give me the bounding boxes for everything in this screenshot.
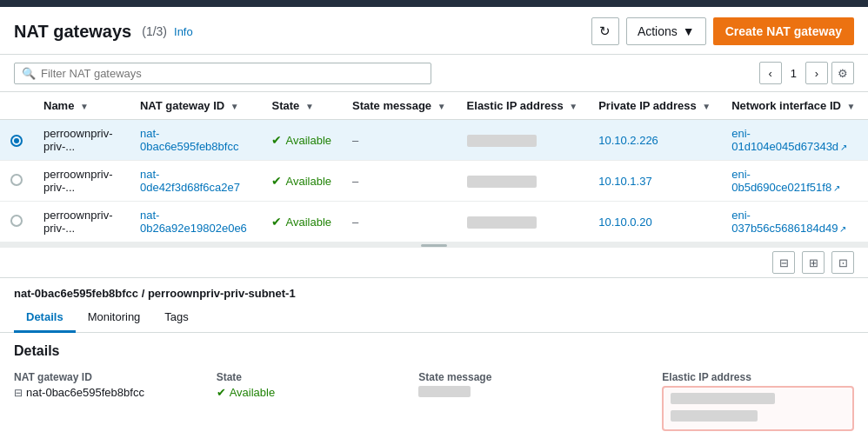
elastic-ip-label: Elastic IP address — [662, 371, 854, 383]
row-radio-button[interactable] — [10, 174, 23, 186]
row-radio-cell[interactable] — [0, 202, 33, 242]
details-content: Details NAT gateway ID ⊟ nat-0bac6e595fe… — [0, 333, 868, 445]
select-all-header — [0, 92, 33, 120]
state-field: State ✔ Available — [217, 371, 409, 431]
row-radio-button[interactable] — [10, 135, 23, 147]
state-sort-icon: ▼ — [305, 102, 314, 111]
tab-details[interactable]: Details — [14, 303, 76, 333]
row-elastic-ip — [457, 120, 589, 161]
grid-view-button[interactable]: ⊞ — [802, 251, 825, 274]
next-page-button[interactable]: › — [805, 62, 828, 84]
state-text: Available — [230, 386, 276, 399]
elastic-ip-blurred — [467, 176, 537, 188]
top-navigation-bar — [0, 0, 868, 7]
detail-panel: nat-0bac6e595feb8bfcc / perroownpriv-pri… — [0, 278, 868, 445]
search-bar-panel: 🔍 ‹ 1 › ⚙ — [0, 55, 868, 92]
prev-page-button[interactable]: ‹ — [759, 62, 782, 84]
pagination-controls: ‹ 1 › ⚙ — [759, 62, 854, 84]
row-radio-cell[interactable] — [0, 120, 33, 161]
nat-gateway-id-text: nat-0bac6e595feb8bfcc — [26, 386, 144, 399]
actions-button[interactable]: Actions ▼ — [626, 17, 706, 45]
state-label: State — [217, 371, 409, 383]
elastic-ip-sort-icon: ▼ — [569, 102, 578, 111]
resize-handle — [421, 244, 447, 247]
state-message-field: State message — [418, 371, 651, 431]
nat-gateways-table: Name ▼ NAT gateway ID ▼ State ▼ State me… — [0, 92, 868, 242]
state-column-header[interactable]: State ▼ — [261, 92, 342, 120]
state-message-value — [418, 386, 651, 397]
state-text: Available — [285, 175, 331, 188]
row-name: perroownpriv-priv-... — [33, 120, 130, 161]
elastic-ip-blurred — [467, 216, 537, 229]
name-column-header[interactable]: Name ▼ — [33, 92, 130, 120]
tab-monitoring[interactable]: Monitoring — [76, 303, 153, 333]
state-message-sort-icon: ▼ — [437, 102, 446, 111]
page-title: NAT gateways — [14, 22, 131, 42]
row-nat-id[interactable]: nat-0b26a92e19802e0e6 — [130, 202, 262, 242]
network-iface-column-header[interactable]: Network interface ID ▼ — [721, 92, 868, 120]
elastic-ip-column-header[interactable]: Elastic IP address ▼ — [457, 92, 589, 120]
elastic-ip-blurred — [467, 135, 537, 147]
row-private-ip[interactable]: 10.10.1.37 — [588, 161, 721, 202]
row-nat-id[interactable]: nat-0de42f3d68f6ca2e7 — [130, 161, 262, 202]
row-nat-id[interactable]: nat-0bac6e595feb8bfcc — [130, 120, 262, 161]
list-view-button[interactable]: ⊡ — [831, 251, 854, 274]
table-row[interactable]: perroownpriv-priv-... nat-0b26a92e19802e… — [0, 202, 868, 242]
header-right: ↻ Actions ▼ Create NAT gateway — [591, 17, 854, 45]
row-radio-cell[interactable] — [0, 161, 33, 202]
split-view-button[interactable]: ⊟ — [772, 251, 795, 274]
elastic-ip-blurred-1 — [671, 393, 775, 404]
details-section-title: Details — [14, 343, 854, 359]
row-elastic-ip — [457, 202, 589, 242]
page-header: NAT gateways (1/3) Info ↻ Actions ▼ Crea… — [0, 7, 868, 55]
row-private-ip[interactable]: 10.10.2.226 — [588, 120, 721, 161]
row-network-iface[interactable]: eni-037b56c5686184d49↗ — [721, 202, 868, 242]
search-icon: 🔍 — [22, 67, 36, 80]
row-state: ✔ Available — [261, 161, 342, 202]
nat-id-column-header[interactable]: NAT gateway ID ▼ — [130, 92, 262, 120]
nat-gateway-id-value: ⊟ nat-0bac6e595feb8bfcc — [14, 386, 206, 399]
tab-tags[interactable]: Tags — [152, 303, 200, 333]
external-link-icon: ↗ — [839, 224, 846, 234]
state-text: Available — [285, 134, 331, 147]
nat-gateway-id-field: NAT gateway ID ⊟ nat-0bac6e595feb8bfcc — [14, 371, 206, 431]
nat-id-sort-icon: ▼ — [230, 102, 239, 111]
table-row[interactable]: perroownpriv-priv-... nat-0de42f3d68f6ca… — [0, 161, 868, 202]
state-text: Available — [285, 216, 331, 229]
row-network-iface[interactable]: eni-01d104e045d67343d↗ — [721, 120, 868, 161]
refresh-icon: ↻ — [599, 23, 611, 39]
page-number: 1 — [785, 67, 802, 80]
refresh-button[interactable]: ↻ — [591, 17, 619, 45]
private-ip-column-header[interactable]: Private IP address ▼ — [588, 92, 721, 120]
row-state: ✔ Available — [261, 120, 342, 161]
create-nat-gateway-button[interactable]: Create NAT gateway — [713, 17, 854, 45]
status-icon: ✔ — [271, 174, 282, 188]
status-check-icon: ✔ — [217, 386, 226, 399]
search-wrapper: 🔍 — [14, 63, 431, 84]
row-name: perroownpriv-priv-... — [33, 202, 130, 242]
row-state-message: – — [342, 161, 457, 202]
row-state: ✔ Available — [261, 202, 342, 242]
external-link-icon: ↗ — [840, 143, 847, 152]
state-message-label: State message — [418, 371, 651, 383]
copy-nat-id-icon[interactable]: ⊟ — [14, 387, 23, 399]
row-radio-button[interactable] — [10, 215, 23, 227]
state-message-blurred — [418, 386, 471, 397]
elastic-ip-field: Elastic IP address — [662, 371, 854, 431]
table-settings-button[interactable]: ⚙ — [831, 62, 854, 84]
table-row[interactable]: perroownpriv-priv-... nat-0bac6e595feb8b… — [0, 120, 868, 161]
row-name: perroownpriv-priv-... — [33, 161, 130, 202]
state-message-column-header[interactable]: State message ▼ — [342, 92, 457, 120]
external-link-icon: ↗ — [833, 183, 840, 193]
row-elastic-ip — [457, 161, 589, 202]
name-sort-icon: ▼ — [80, 102, 89, 111]
row-private-ip[interactable]: 10.10.0.20 — [588, 202, 721, 242]
row-network-iface[interactable]: eni-0b5d690ce021f51f8↗ — [721, 161, 868, 202]
actions-chevron-icon: ▼ — [683, 24, 695, 38]
search-input[interactable] — [41, 67, 424, 80]
private-ip-sort-icon: ▼ — [702, 102, 711, 111]
elastic-ip-blurred-2 — [671, 410, 758, 422]
info-link[interactable]: Info — [174, 25, 193, 38]
status-icon: ✔ — [271, 215, 282, 229]
page-count: (1/3) — [142, 24, 167, 38]
